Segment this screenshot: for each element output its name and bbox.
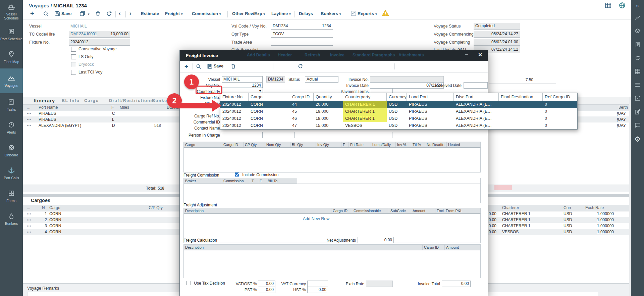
copy-icon[interactable] [79,11,85,16]
save-button[interactable]: Save [61,11,71,16]
dropdown-row[interactable]: 20240012 CORN 47 15,000 VESBOS USD PIRAE… [220,122,577,129]
save-icon[interactable] [207,64,212,70]
rail-chat-icon[interactable] [631,121,644,130]
col-heated[interactable]: Heated [447,142,480,147]
sidebar-item-port-calls[interactable]: ⚓ Port Calls [0,162,23,185]
other-rev-exp-menu[interactable]: Other Rev/Exp▾ [232,11,265,16]
consecutive-voyage-checkbox[interactable]: Consecutive Voyage [71,47,117,53]
sidebar-item-tasks[interactable]: Tasks [0,93,23,116]
minimize-icon[interactable]: − [465,51,469,58]
net-adjustments-input[interactable]: 0.00 [358,237,394,243]
invoice-total-input[interactable]: 0.00 [442,281,471,287]
opr-type-value[interactable]: TCOV [271,31,333,38]
tab-bl-info[interactable]: BL Info [62,98,79,103]
commission-menu[interactable]: Commission▾ [192,11,221,16]
header-button[interactable]: Header [278,53,292,57]
add-icon[interactable]: + [30,10,34,17]
tc-hire-value[interactable]: 10,000.00 [99,31,130,38]
delays-button[interactable]: Delays [299,11,313,16]
warning-icon[interactable] [382,9,389,17]
sidebar-item-bunkers[interactable]: Bunkers [0,207,23,230]
dropdown-row[interactable]: 20240012 CORN 45 19,000 CHARTERER 1 USD … [220,108,577,115]
sidebar-item-voyages[interactable]: Voyages [0,68,23,93]
sidebar-item-forms[interactable]: Forms [0,185,23,207]
col-bl-qty[interactable]: BL Qty [290,142,316,147]
col-cargo[interactable]: Cargo [49,205,60,210]
ls-only-checkbox[interactable]: LS Only [71,54,93,60]
sidebar-item-alerts[interactable]: Alerts [0,116,23,139]
broker-grid-body[interactable] [183,184,481,203]
refresh-icon[interactable] [298,64,303,70]
refresh-button[interactable]: Refresh [305,53,320,57]
prev-icon[interactable]: ‹ [119,10,121,17]
col-bill-to[interactable]: Bill To [266,178,297,184]
col-inv-pct[interactable]: Inv % [396,142,411,147]
grid-view-icon[interactable] [605,2,611,9]
refresh-icon[interactable] [106,11,112,17]
tc-code-value[interactable]: DM1234-I0001 [69,31,101,38]
standard-paragraphs-button[interactable]: Standard Paragraphs [353,53,395,57]
col-broker[interactable]: Broker [184,178,222,184]
delete-icon[interactable] [231,63,236,70]
col-description[interactable]: Description [184,245,423,250]
col-n[interactable]: N [42,205,45,210]
vat-gst-input[interactable]: 0.00 [258,281,275,287]
tab-cargo[interactable]: Cargo [84,98,99,103]
col-port-name[interactable]: Port Name [39,105,58,110]
row-menu-icon[interactable]: ••• [27,224,32,228]
invoice-button[interactable]: Invoice [330,53,344,57]
next-icon[interactable]: › [129,10,131,17]
col-cargo-id[interactable]: Cargo ID [423,245,445,250]
col-frt-rate[interactable]: Frt Rate [349,142,371,147]
save-icon[interactable] [54,11,60,16]
include-commission-checkbox[interactable]: Include Commission [235,172,278,178]
row-menu-icon[interactable]: ••• [27,212,32,216]
rail-grid-icon[interactable] [631,67,644,76]
reports-menu[interactable]: Reports▾ [358,11,377,16]
sidebar-item-onboard[interactable]: Onboard [0,139,23,162]
close-icon[interactable]: × [478,51,482,58]
person-in-charge-name-input[interactable] [294,132,392,138]
hst-input[interactable]: 0.00 [307,287,328,293]
caret-down-icon[interactable]: ▾ [259,89,261,93]
laytime-menu[interactable]: Laytime▾ [271,11,291,16]
row-menu-icon[interactable]: ••• [27,112,32,115]
col-lump-daily[interactable]: Lump/Daily [371,142,396,147]
col-amount[interactable]: Amount [411,208,435,213]
tab-draft-restrictions[interactable]: Draft/Restrictions [109,98,153,103]
trade-area-value[interactable] [271,39,333,46]
rail-document-icon[interactable] [631,40,644,49]
add-details-button[interactable]: Add Details [247,53,270,57]
vessel-value[interactable]: MICHAIL [70,24,87,29]
col-subcode[interactable]: SubCode [389,208,411,213]
col-f[interactable]: F [258,178,266,184]
vsl-code-value[interactable]: DM1234 [271,23,301,30]
add-new-row-link[interactable]: Add New Row [303,216,329,221]
copy-caret-icon[interactable]: ▾ [88,12,90,16]
col-excl-from-pl[interactable]: Excl. From P&L [435,208,480,213]
col-charterer[interactable]: Charterer [502,205,519,210]
delete-icon[interactable] [95,11,101,16]
calculation-grid-body[interactable] [183,250,481,278]
col-cargo[interactable]: Cargo [184,142,222,147]
rail-layers-icon[interactable] [631,27,644,36]
col-ttl-pct[interactable]: Ttl % [411,142,425,147]
rail-list-icon[interactable] [631,81,644,89]
freight-menu[interactable]: Freight▾ [165,11,183,16]
col-cargo-id[interactable]: Cargo ID [331,208,352,213]
tab-itinerary[interactable]: Itinerary [34,98,55,103]
estimate-button[interactable]: Estimate [141,11,159,16]
cargo-grid-body[interactable] [183,148,481,172]
col-t[interactable]: T [250,178,258,184]
row-menu-icon[interactable]: ••• [27,218,32,222]
bunkers-menu[interactable]: Bunkers▾ [321,11,341,16]
breadcrumb-section[interactable]: Voyages / [29,3,52,8]
voy-no-value[interactable]: 1234 [301,23,333,30]
search-icon[interactable] [43,11,49,17]
col-cp-qty[interactable]: CP Qty [244,142,265,147]
collapse-panel-icon[interactable]: « [631,1,644,10]
last-tci-voy-checkbox[interactable]: Last TCI Voy [71,70,102,76]
search-icon[interactable] [196,64,201,70]
col-commission[interactable]: Commission [222,178,250,184]
attachments-button[interactable]: Attachments [398,53,424,57]
